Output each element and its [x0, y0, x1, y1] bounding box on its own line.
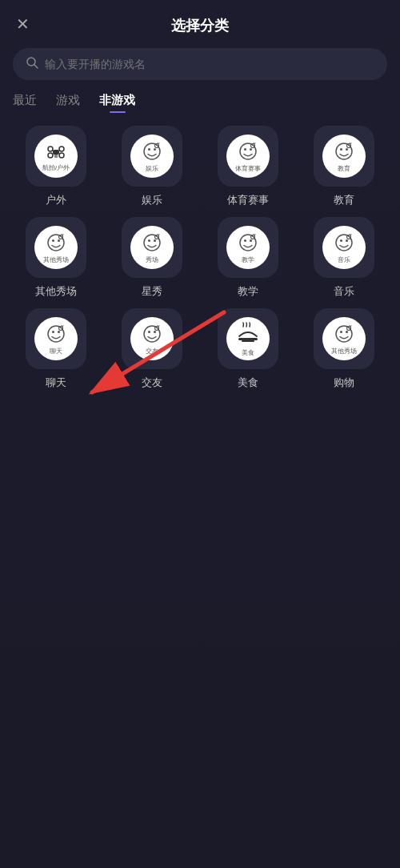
svg-point-61 — [144, 326, 160, 342]
svg-point-63 — [154, 331, 156, 333]
svg-point-20 — [244, 148, 246, 151]
tabs: 最近 游戏 非游戏 — [0, 93, 400, 113]
icon-circle: 美食 — [226, 317, 270, 360]
icon-box-social: 交友 — [122, 308, 182, 369]
svg-point-37 — [144, 235, 160, 251]
icon-label-social: 交友 — [146, 348, 158, 356]
item-name-food: 美食 — [238, 376, 258, 390]
svg-point-44 — [244, 239, 246, 242]
svg-point-13 — [144, 143, 160, 159]
svg-line-60 — [62, 326, 64, 328]
svg-line-7 — [52, 150, 53, 151]
list-item[interactable]: 聊天 聊天 — [13, 308, 99, 390]
svg-line-30 — [350, 143, 352, 145]
icon-box-outdoor: 航拍/户外 — [26, 126, 86, 187]
search-input[interactable] — [45, 58, 374, 70]
icon-label-shopping: 其他秀场 — [331, 348, 357, 356]
svg-point-19 — [240, 143, 256, 159]
svg-point-38 — [148, 239, 150, 242]
item-name-shopping: 购物 — [334, 376, 354, 390]
svg-point-5 — [48, 153, 53, 158]
svg-point-55 — [48, 326, 64, 342]
svg-line-66 — [158, 326, 160, 328]
list-item[interactable]: 其他秀场 其他秀场 — [13, 217, 99, 299]
list-item[interactable]: 教学 教学 — [205, 217, 291, 299]
svg-rect-2 — [53, 150, 59, 155]
icon-box-star-show: 秀场 — [122, 217, 182, 278]
icon-circle: 其他秀场 — [322, 317, 366, 360]
tab-games[interactable]: 游戏 — [56, 93, 80, 113]
icon-circle: 聊天 — [34, 317, 78, 360]
svg-point-69 — [336, 326, 352, 342]
icon-label-education: 教育 — [338, 165, 350, 173]
svg-line-54 — [350, 235, 352, 236]
svg-point-56 — [52, 331, 54, 333]
svg-point-71 — [346, 331, 348, 333]
svg-line-10 — [59, 154, 60, 155]
close-button[interactable]: ✕ — [16, 16, 30, 32]
svg-point-6 — [59, 153, 64, 158]
icon-box-shopping: 其他秀场 — [314, 308, 374, 369]
svg-point-45 — [250, 239, 252, 242]
icon-box-teaching: 教学 — [218, 217, 278, 278]
icon-circle: 娱乐 — [130, 135, 174, 178]
icon-box-education: 教育 — [314, 126, 374, 187]
icon-circle: 音乐 — [322, 226, 366, 269]
list-item[interactable]: 教育 教育 — [301, 126, 387, 207]
svg-rect-67 — [238, 338, 258, 340]
svg-line-74 — [350, 326, 352, 328]
icon-label-teaching: 教学 — [242, 256, 254, 264]
svg-line-24 — [254, 143, 256, 145]
icon-circle: 教育 — [322, 135, 366, 178]
svg-point-33 — [58, 239, 60, 242]
svg-point-43 — [240, 235, 256, 251]
icon-box-chat: 聊天 — [26, 308, 86, 369]
list-item[interactable]: 美食 美食 — [205, 308, 291, 390]
icon-label-outdoor: 航拍/户外 — [42, 164, 70, 172]
icon-circle: 秀场 — [130, 226, 174, 269]
svg-point-14 — [148, 148, 150, 151]
list-item[interactable]: 交友 交友 — [109, 308, 195, 390]
list-item[interactable]: 其他秀场 购物 — [301, 308, 387, 390]
item-name-teaching: 教学 — [238, 284, 258, 299]
list-item[interactable]: 航拍/户外 户外 — [13, 126, 99, 207]
page-title: 选择分类 — [171, 16, 229, 35]
search-bar[interactable] — [13, 48, 387, 80]
icon-box-music: 音乐 — [314, 217, 374, 278]
search-icon — [26, 56, 38, 72]
item-name-music: 音乐 — [334, 284, 354, 299]
svg-line-18 — [158, 143, 160, 145]
item-name-other-show: 其他秀场 — [35, 284, 77, 299]
search-area — [0, 48, 400, 93]
icon-box-sports: 体育赛事 — [218, 126, 278, 187]
svg-line-1 — [34, 65, 38, 68]
icon-label-star-show: 秀场 — [146, 256, 158, 264]
list-item[interactable]: 音乐 音乐 — [301, 217, 387, 299]
item-name-outdoor: 户外 — [46, 193, 66, 207]
svg-point-51 — [346, 239, 348, 242]
svg-line-48 — [254, 235, 256, 236]
svg-point-62 — [148, 331, 150, 333]
svg-point-25 — [336, 143, 352, 159]
list-item[interactable]: 体育赛事 体育赛事 — [205, 126, 291, 207]
item-name-entertainment: 娱乐 — [142, 193, 162, 207]
item-name-education: 教育 — [334, 193, 354, 207]
list-item[interactable]: 秀场 星秀 — [109, 217, 195, 299]
icon-circle: 交友 — [130, 317, 174, 360]
tab-nongames[interactable]: 非游戏 — [99, 93, 135, 113]
icon-circle: 航拍/户外 — [34, 135, 78, 178]
item-name-chat: 聊天 — [46, 376, 66, 390]
list-item[interactable]: 娱乐 娱乐 — [109, 126, 195, 207]
svg-point-49 — [336, 235, 352, 251]
svg-rect-68 — [242, 340, 254, 342]
item-name-star-show: 星秀 — [142, 284, 162, 299]
category-grid: 航拍/户外 户外 娱乐 娱乐 — [0, 126, 400, 390]
svg-point-31 — [48, 235, 64, 251]
item-name-sports: 体育赛事 — [227, 193, 269, 207]
tab-recent[interactable]: 最近 — [13, 93, 37, 113]
svg-line-36 — [62, 235, 64, 236]
item-name-social: 交友 — [142, 376, 162, 390]
icon-label-chat: 聊天 — [50, 348, 62, 356]
icon-box-food: 美食 — [218, 308, 278, 369]
svg-point-27 — [346, 148, 348, 151]
